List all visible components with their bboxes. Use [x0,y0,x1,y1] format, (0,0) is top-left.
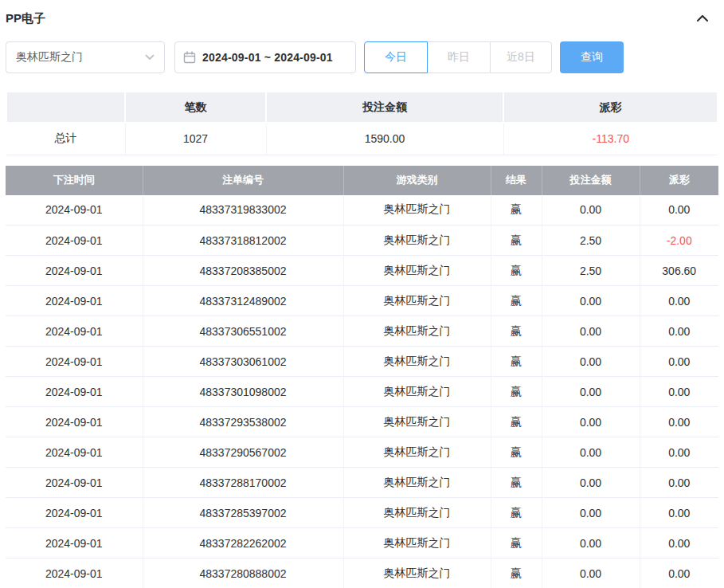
cell-payout: -2.00 [640,225,718,256]
total-payout: -113.70 [503,123,718,155]
quick-button-today[interactable]: 今日 [364,41,428,73]
table-row: 2024-09-01 48337285397002 奥林匹斯之门 赢 0.00 … [6,498,718,528]
summary-col-payout: 派彩 [503,92,718,123]
cell-result: 赢 [491,559,542,588]
cell-game-type: 奥林匹斯之门 [343,559,491,588]
cell-game-type: 奥林匹斯之门 [343,498,491,528]
cell-payout: 0.00 [640,559,718,588]
pp-panel: PP电子 奥林匹斯之门 2024-09-01 ~ 2024 [0,0,724,588]
records-header-row: 下注时间 注单编号 游戏类别 结果 投注金额 派彩 [6,166,718,195]
table-row: 2024-09-01 48337301098002 奥林匹斯之门 赢 0.00 … [6,377,718,407]
cell-result: 赢 [491,377,542,407]
cell-order-id: 48337290567002 [143,437,343,468]
cell-bet-time: 2024-09-01 [6,347,143,377]
cell-bet-amount: 0.00 [542,498,640,528]
cell-result: 赢 [491,225,542,256]
cell-bet-amount: 2.50 [542,225,640,256]
total-count: 1027 [125,123,266,155]
summary-table: 笔数 投注金额 派彩 总计 1027 1590.00 -113.70 [6,91,718,155]
records-body: 2024-09-01 48337319833002 奥林匹斯之门 赢 0.00 … [6,195,718,588]
table-row: 2024-09-01 48337306551002 奥林匹斯之门 赢 0.00 … [6,316,718,347]
game-select[interactable]: 奥林匹斯之门 [6,41,165,73]
cell-game-type: 奥林匹斯之门 [343,528,491,559]
cell-bet-time: 2024-09-01 [6,286,143,316]
date-range-picker[interactable]: 2024-09-01 ~ 2024-09-01 [174,41,356,73]
cell-payout: 0.00 [640,407,718,437]
cell-bet-amount: 0.00 [542,437,640,468]
panel-header: PP电子 [6,6,718,30]
cell-bet-time: 2024-09-01 [6,468,143,498]
collapse-button[interactable] [691,7,714,29]
cell-order-id: 48337318812002 [143,225,343,256]
cell-bet-amount: 0.00 [542,377,640,407]
cell-payout: 0.00 [640,498,718,528]
cell-bet-time: 2024-09-01 [6,498,143,528]
cell-game-type: 奥林匹斯之门 [343,468,491,498]
table-row: 2024-09-01 48337312489002 奥林匹斯之门 赢 0.00 … [6,286,718,316]
quick-button-last-8-days[interactable]: 近8日 [490,41,552,73]
cell-bet-time: 2024-09-01 [6,256,143,286]
cell-bet-time: 2024-09-01 [6,316,143,347]
cell-order-id: 48337208385002 [143,256,343,286]
cell-order-id: 48337285397002 [143,498,343,528]
cell-bet-amount: 0.00 [542,347,640,377]
cell-payout: 0.00 [640,286,718,316]
cell-payout: 306.60 [640,256,718,286]
cell-game-type: 奥林匹斯之门 [343,377,491,407]
quick-button-yesterday[interactable]: 昨日 [427,41,491,73]
summary-total-row: 总计 1027 1590.00 -113.70 [6,123,718,155]
cell-payout: 0.00 [640,377,718,407]
cell-bet-amount: 2.50 [542,256,640,286]
cell-bet-time: 2024-09-01 [6,407,143,437]
cell-result: 赢 [491,347,542,377]
cell-payout: 0.00 [640,316,718,347]
cell-game-type: 奥林匹斯之门 [343,437,491,468]
col-header-order-id: 注单编号 [143,166,343,195]
table-row: 2024-09-01 48337319833002 奥林匹斯之门 赢 0.00 … [6,195,718,225]
summary-col-count: 笔数 [125,92,266,123]
cell-bet-amount: 0.00 [542,316,640,347]
col-header-result: 结果 [491,166,542,195]
table-row: 2024-09-01 48337208385002 奥林匹斯之门 赢 2.50 … [6,256,718,286]
table-row: 2024-09-01 48337290567002 奥林匹斯之门 赢 0.00 … [6,437,718,468]
cell-order-id: 48337282262002 [143,528,343,559]
cell-game-type: 奥林匹斯之门 [343,195,491,225]
col-header-payout: 派彩 [640,166,718,195]
cell-result: 赢 [491,316,542,347]
cell-game-type: 奥林匹斯之门 [343,286,491,316]
table-row: 2024-09-01 48337293538002 奥林匹斯之门 赢 0.00 … [6,407,718,437]
cell-payout: 0.00 [640,347,718,377]
cell-game-type: 奥林匹斯之门 [343,316,491,347]
cell-payout: 0.00 [640,468,718,498]
cell-order-id: 48337293538002 [143,407,343,437]
cell-result: 赢 [491,498,542,528]
records-table: 下注时间 注单编号 游戏类别 结果 投注金额 派彩 2024-09-01 483… [6,166,718,588]
cell-result: 赢 [491,528,542,559]
cell-bet-time: 2024-09-01 [6,437,143,468]
cell-result: 赢 [491,286,542,316]
cell-result: 赢 [491,468,542,498]
cell-bet-amount: 0.00 [542,468,640,498]
cell-order-id: 48337306551002 [143,316,343,347]
col-header-bet-time: 下注时间 [6,166,143,195]
quick-range-group: 今日 昨日 近8日 [364,41,552,73]
table-row: 2024-09-01 48337318812002 奥林匹斯之门 赢 2.50 … [6,225,718,256]
table-row: 2024-09-01 48337288170002 奥林匹斯之门 赢 0.00 … [6,468,718,498]
table-row: 2024-09-01 48337303061002 奥林匹斯之门 赢 0.00 … [6,347,718,377]
summary-col-blank [6,92,125,123]
cell-order-id: 48337319833002 [143,195,343,225]
cell-bet-time: 2024-09-01 [6,225,143,256]
cell-order-id: 48337303061002 [143,347,343,377]
cell-order-id: 48337312489002 [143,286,343,316]
search-button[interactable]: 查询 [560,41,624,73]
cell-game-type: 奥林匹斯之门 [343,347,491,377]
date-range-value: 2024-09-01 ~ 2024-09-01 [202,51,333,64]
summary-col-bet-amount: 投注金额 [266,92,503,123]
table-row: 2024-09-01 48337282262002 奥林匹斯之门 赢 0.00 … [6,528,718,559]
game-select-value: 奥林匹斯之门 [16,50,83,65]
cell-bet-time: 2024-09-01 [6,195,143,225]
cell-game-type: 奥林匹斯之门 [343,225,491,256]
panel-title: PP电子 [6,11,45,26]
cell-bet-amount: 0.00 [542,559,640,588]
cell-bet-amount: 0.00 [542,407,640,437]
